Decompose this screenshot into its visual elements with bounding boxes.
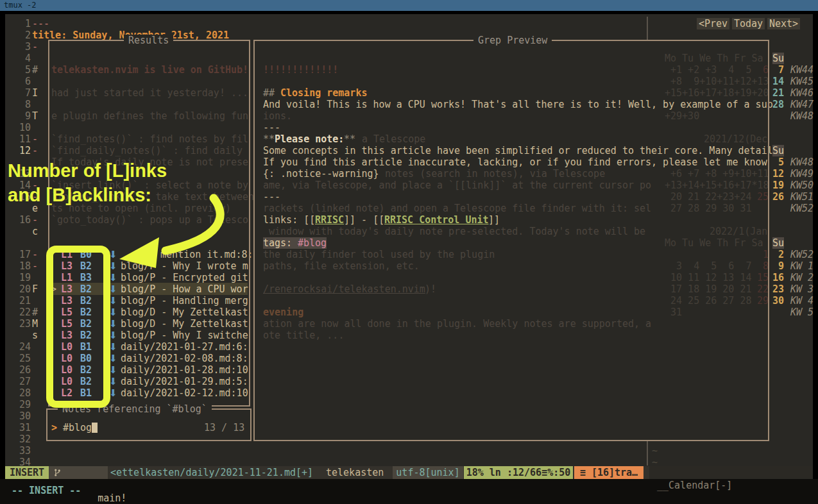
calendar-day[interactable]: 26 bbox=[772, 191, 784, 203]
text-seg: - bbox=[32, 41, 38, 53]
calendar-day[interactable]: 9 bbox=[772, 260, 784, 272]
statusline: INSERT main! <ettelkasten/daily/2021-11-… bbox=[5, 466, 813, 479]
text-seg: 22 bbox=[18, 307, 31, 318]
text-seg: KW47 bbox=[790, 99, 814, 110]
calendar-day[interactable]: 2 bbox=[772, 249, 784, 260]
annotation-text-line2: and [B]acklinks: bbox=[8, 185, 151, 206]
text-seg: 31 bbox=[18, 422, 31, 433]
text-seg: # bbox=[32, 307, 38, 318]
calendar-day[interactable]: 23 bbox=[772, 283, 784, 295]
calendar-day[interactable]: 12 bbox=[772, 168, 784, 180]
calendar-day[interactable]: 14 bbox=[772, 76, 784, 87]
mode-indicator: INSERT bbox=[5, 466, 49, 479]
calendar-day[interactable]: 7 bbox=[772, 64, 784, 76]
text-seg: 4 bbox=[18, 53, 31, 64]
git-branch-label: main! bbox=[98, 492, 126, 504]
text-seg: 16 bbox=[18, 214, 31, 226]
calendar-day[interactable]: 19 bbox=[772, 180, 784, 191]
text-seg: KW45 bbox=[790, 76, 814, 87]
text-seg: 18 bbox=[18, 260, 31, 272]
text-seg: 12 bbox=[18, 145, 31, 156]
text-seg: KW 4 bbox=[790, 295, 814, 307]
text-seg: Su bbox=[772, 237, 784, 249]
text-seg: 19 bbox=[18, 272, 31, 283]
text-seg: 20 bbox=[18, 283, 31, 295]
text-seg: 2 bbox=[18, 29, 31, 41]
text-seg: --- bbox=[32, 18, 49, 29]
text-seg: KW52 bbox=[790, 249, 814, 260]
text-seg: KW 1 bbox=[790, 260, 814, 272]
cursor-position-label: 18% ln :12/66≡%:50 bbox=[464, 466, 573, 479]
git-branch-segment[interactable]: main! bbox=[49, 466, 108, 479]
text-seg: M bbox=[32, 318, 38, 330]
text-seg: - bbox=[32, 214, 38, 226]
today-button[interactable]: Today bbox=[732, 18, 765, 29]
text-seg: - bbox=[32, 260, 38, 272]
text-seg: 23 bbox=[18, 318, 31, 330]
text-seg: 30 bbox=[18, 410, 31, 422]
plugin-label: telekasten bbox=[326, 466, 384, 479]
text-seg: 21 bbox=[18, 295, 31, 307]
text-seg: 11 bbox=[18, 133, 31, 145]
preview-title: Grep Preview bbox=[473, 35, 552, 46]
results-title: Results bbox=[124, 35, 173, 46]
text-seg: 10 bbox=[18, 122, 31, 133]
text-seg: s bbox=[32, 330, 38, 341]
text-seg: c bbox=[32, 226, 38, 237]
text-seg: 24 bbox=[18, 341, 31, 353]
calendar-day[interactable]: 5 bbox=[772, 156, 784, 168]
text-seg: F bbox=[32, 283, 38, 295]
text-seg: 6 bbox=[18, 76, 31, 87]
calendar-day[interactable]: 16 bbox=[772, 272, 784, 283]
text-seg: 5 bbox=[18, 64, 31, 76]
prev-button[interactable]: <Prev bbox=[697, 18, 729, 29]
text-seg: Su bbox=[772, 145, 784, 156]
text-seg: - bbox=[32, 145, 38, 156]
text-seg: I bbox=[32, 87, 38, 99]
calendar-day[interactable]: 21 bbox=[772, 87, 784, 99]
text-seg: 32 bbox=[18, 433, 31, 445]
text-seg: # bbox=[32, 64, 38, 76]
text-seg: KW50 bbox=[790, 180, 814, 191]
buffer-indicator[interactable]: ≡ [16]tra… bbox=[574, 466, 643, 479]
text-seg: Su bbox=[772, 53, 784, 64]
text-seg: 28 bbox=[18, 387, 31, 399]
calendar-window-label: __Calendar[-] bbox=[657, 479, 732, 492]
text-seg: 17 bbox=[18, 249, 31, 260]
text-seg: 3 bbox=[18, 41, 31, 53]
text-seg: 29 bbox=[18, 399, 31, 410]
text-cursor bbox=[92, 423, 98, 433]
text-seg: - bbox=[32, 249, 38, 260]
text-seg: KW49 bbox=[790, 168, 814, 180]
calendar-day[interactable]: 28 bbox=[772, 99, 784, 110]
text-seg: 8 bbox=[18, 99, 31, 110]
text-seg: 1 bbox=[18, 18, 31, 29]
annotation-text-line1: Number of [L]inks bbox=[8, 160, 167, 181]
text-seg: KW 2 bbox=[790, 272, 814, 283]
filename-label: <ettelkasten/daily/2021-11-21.md[+] bbox=[110, 466, 313, 479]
text-seg: 26 bbox=[18, 364, 31, 376]
text-seg: - bbox=[32, 133, 38, 145]
preview-window bbox=[253, 40, 769, 441]
git-branch-icon bbox=[54, 468, 61, 477]
screen: tmux -2 1---<PrevTodayNext>2title: Sunda… bbox=[0, 0, 818, 504]
text-seg: 9 bbox=[18, 110, 31, 122]
text-seg: 27 bbox=[18, 376, 31, 387]
next-button[interactable]: Next> bbox=[767, 18, 800, 29]
text-seg: KW46 bbox=[790, 87, 814, 99]
text-seg: 7 bbox=[18, 87, 31, 99]
encoding-label: utf-8[unix] bbox=[393, 466, 463, 479]
text-seg: KW48 bbox=[790, 156, 814, 168]
text-seg: KW51 bbox=[790, 191, 814, 203]
text-seg: KW44 bbox=[790, 64, 814, 76]
text-seg: 33 bbox=[18, 445, 31, 457]
calendar-statusline: __Calendar[-] bbox=[649, 466, 813, 479]
results-window bbox=[48, 40, 250, 407]
calendar-day[interactable]: 30 bbox=[772, 295, 784, 307]
text-seg: KW52 bbox=[790, 203, 814, 214]
text-seg: KW48 bbox=[790, 110, 814, 122]
text-seg: T bbox=[32, 110, 38, 122]
text-seg: ~ bbox=[652, 445, 658, 457]
prompt-title: Notes referencing `#blog` bbox=[58, 403, 212, 415]
text-seg: KW 3 bbox=[790, 283, 814, 295]
